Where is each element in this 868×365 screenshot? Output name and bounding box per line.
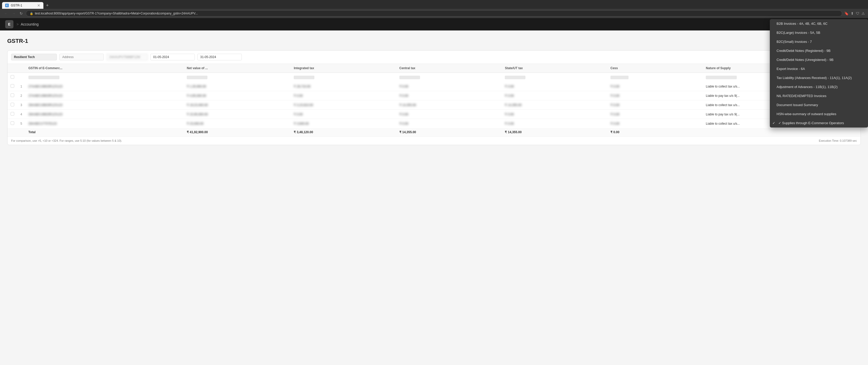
total-central: ₹ 14,355.00 [396, 128, 502, 136]
row-number: 2 [17, 91, 25, 100]
row-central: ₹ 0.00 [396, 119, 502, 128]
dropdown-item[interactable]: Export Invoice - 6A [770, 64, 868, 73]
total-integrated: ₹ 3,48,120.00 [291, 128, 396, 136]
col-integrated[interactable]: Integrated tax [291, 64, 396, 73]
tab-title: GSTR-1 [11, 4, 22, 7]
dropdown-item[interactable]: Document Issued Summary [770, 100, 868, 109]
row-cess: ₹ 0.00 [607, 119, 703, 128]
back-button[interactable]: ← [3, 11, 9, 16]
col-cess[interactable]: Cess [607, 64, 703, 73]
row-number: 1 [17, 82, 25, 91]
row-integrated: ₹ 0.00 [291, 110, 396, 119]
col-checkbox [7, 64, 17, 73]
row-gstin: 29AABCU7757D123 [25, 119, 184, 128]
row-central: ₹ 0.00 [396, 82, 502, 91]
dropdown-item[interactable]: HSN-wise-summary of outward supplies [770, 109, 868, 119]
date-to-filter[interactable] [197, 54, 242, 60]
table-row: 3 29AABCU9603R1ZX123 ₹ 19,23,400.00 ₹ 3,… [7, 100, 861, 110]
breadcrumb-accounting[interactable]: Accounting [21, 22, 38, 26]
address-filter[interactable] [59, 54, 104, 60]
page-header: GSTR-1 Download as JSON ⌄ Downl [7, 37, 861, 45]
row-number: 4 [17, 110, 25, 119]
row-integrated: ₹ 3,600.00 [291, 119, 396, 128]
col-gstin[interactable]: GSTIN of E-Commerc... [25, 64, 184, 73]
dropdown-item[interactable]: Adjustment of Advances - 11B(1), 11B(2) [770, 82, 868, 91]
dropdown-item[interactable]: Tax Liability (Advances Received) - 11A(… [770, 73, 868, 82]
table-row: 1 27AABCU9603R1ZX123 ₹ 1,35,900.00 ₹ 28,… [7, 82, 861, 91]
row-number: 5 [17, 119, 25, 128]
row-checkbox[interactable] [10, 121, 14, 125]
row-integrated: ₹ 28,710.00 [291, 82, 396, 91]
row-net-value: ₹ 15,95,000.00 [184, 110, 291, 119]
row-gstin: 27AABCU9603R1ZX123 [25, 82, 184, 91]
dropdown-item[interactable]: NIL RATED/EXEMPTED Invoices [770, 91, 868, 100]
row-checkbox[interactable] [10, 94, 14, 97]
col-state[interactable]: State/UT tax [502, 64, 607, 73]
row-central: ₹ 0.00 [396, 110, 502, 119]
dropdown-item[interactable]: Credit/Debit Notes (Unregistered) - 9B [770, 55, 868, 64]
row-cess: ₹ 0.00 [607, 82, 703, 91]
date-from-filter[interactable] [150, 54, 195, 60]
row-state: ₹ 0.00 [502, 110, 607, 119]
table-row: 4 29AABCU9603R1ZX123 ₹ 15,95,000.00 ₹ 0.… [7, 110, 861, 119]
row-net-value: ₹ 23,000.00 [184, 119, 291, 128]
row-number: 3 [17, 100, 25, 110]
lock-icon: 🔒 [30, 12, 33, 15]
active-tab[interactable]: E GSTR-1 ✕ [2, 2, 43, 9]
breadcrumb-separator: > [17, 22, 19, 26]
table-footer: For comparison, use >5, <10 or =324. For… [7, 136, 861, 145]
refresh-button[interactable]: ↻ [19, 11, 24, 16]
shield-icon[interactable]: 🛡 [856, 11, 860, 15]
select-all-checkbox[interactable] [10, 75, 14, 79]
row-checkbox[interactable] [10, 112, 14, 115]
tab-favicon: E [5, 4, 9, 7]
dropdown-overlay: B2B Invoices - 4A, 4B, 4C, 6B, 6CB2C(Lar… [770, 19, 868, 128]
browser-actions: 🔖 ⬆ 🛡 ⚠ [844, 11, 865, 15]
row-gstin: 27AABCU9603R1ZX123 [25, 91, 184, 100]
row-state: ₹ 14,355.00 [502, 100, 607, 110]
gstin-filter[interactable] [106, 54, 148, 60]
row-central: ₹ 0.00 [396, 91, 502, 100]
bookmark-icon[interactable]: 🔖 [844, 11, 848, 15]
url-text: test.localhost:8000/app/query-report/GST… [35, 11, 198, 15]
main-content: GSTR-1 Download as JSON ⌄ Downl [0, 30, 868, 151]
forward-button[interactable]: → [11, 11, 17, 16]
share-icon[interactable]: ⬆ [851, 11, 854, 15]
dropdown-item[interactable]: Credit/Debit Notes (Registered) - 9B [770, 46, 868, 55]
row-cess: ₹ 0.00 [607, 91, 703, 100]
table-row: 2 27AABCU9603R1ZX123 ₹ 4,95,000.00 ₹ 0.0… [7, 91, 861, 100]
table-filter-row [7, 73, 861, 82]
app-container: E > Accounting 🔍 Search or type a com GS… [0, 18, 868, 364]
url-bar[interactable]: 🔒 test.localhost:8000/app/query-report/G… [26, 10, 842, 16]
data-table: GSTIN of E-Commerc... Net value of ... I… [7, 64, 861, 136]
tab-close-button[interactable]: ✕ [37, 4, 40, 7]
execution-time: Execution Time: 0.107389 sec [819, 139, 857, 142]
breadcrumb: > Accounting [17, 22, 38, 26]
total-label: Total [25, 128, 184, 136]
dropdown-item[interactable]: ✓ Supplies through E-Commerce Operators [770, 119, 868, 128]
table-header-row: GSTIN of E-Commerc... Net value of ... I… [7, 64, 861, 73]
total-state: ₹ 14,355.00 [502, 128, 607, 136]
row-integrated: ₹ 3,15,810.00 [291, 100, 396, 110]
dropdown-item[interactable]: B2C(Large) Invoices - 5A, 5B [770, 28, 868, 37]
row-gstin: 29AABCU9603R1ZX123 [25, 110, 184, 119]
row-checkbox[interactable] [10, 103, 14, 106]
col-net-value[interactable]: Net value of ... [184, 64, 291, 73]
browser-chrome: E GSTR-1 ✕ + ← → ↻ 🔒 test.localhost:8000… [0, 0, 868, 18]
table-container: GSTIN of E-Commerc... Net value of ... I… [7, 50, 861, 145]
row-cess: ₹ 0.00 [607, 110, 703, 119]
new-tab-button[interactable]: + [44, 3, 51, 8]
company-filter[interactable] [11, 54, 57, 60]
row-integrated: ₹ 0.00 [291, 91, 396, 100]
dropdown-item[interactable]: B2B Invoices - 4A, 4B, 4C, 6B, 6C [770, 19, 868, 28]
dropdown-item[interactable]: B2C(Small) Invoices - 7 [770, 37, 868, 46]
table-row: 5 29AABCU7757D123 ₹ 23,000.00 ₹ 3,600.00… [7, 119, 861, 128]
tab-bar: E GSTR-1 ✕ + [0, 0, 868, 9]
col-central[interactable]: Central tax [396, 64, 502, 73]
row-checkbox[interactable] [10, 84, 14, 88]
warning-icon[interactable]: ⚠ [862, 11, 865, 15]
page-title: GSTR-1 [7, 38, 28, 44]
row-net-value: ₹ 1,35,900.00 [184, 82, 291, 91]
row-net-value: ₹ 4,95,000.00 [184, 91, 291, 100]
filter-bar [7, 51, 861, 64]
